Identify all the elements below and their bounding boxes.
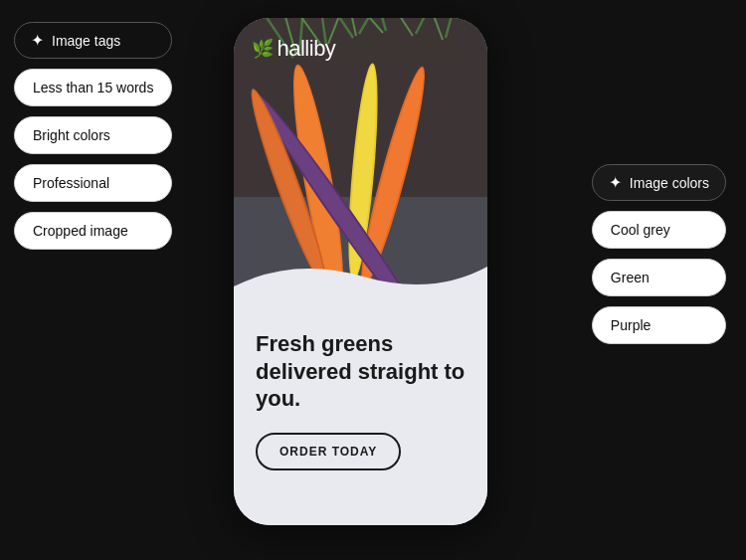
phone-mockup: 🌿 halliby	[234, 18, 487, 525]
brand-logo: 🌿 halliby	[252, 36, 335, 62]
color-cool-grey[interactable]: Cool grey	[592, 211, 726, 249]
image-tags-header: ✦ Image tags	[14, 22, 172, 59]
order-today-button[interactable]: ORDER TODAY	[256, 433, 401, 470]
tag-less-than-15[interactable]: Less than 15 words	[14, 69, 172, 106]
sparkle-icon-tags: ✦	[31, 31, 44, 50]
main-scene: ✦ Image tags Less than 15 words Bright c…	[0, 0, 746, 560]
color-purple[interactable]: Purple	[592, 306, 726, 344]
carrot-image	[234, 18, 487, 336]
tag-cropped-image[interactable]: Cropped image	[14, 212, 172, 250]
image-tags-panel: ✦ Image tags Less than 15 words Bright c…	[14, 22, 172, 250]
phone-tagline-text: Fresh greens delivered straight to you.	[256, 330, 466, 413]
image-tags-label: Image tags	[52, 33, 120, 49]
color-green[interactable]: Green	[592, 259, 726, 296]
image-colors-panel: ✦ Image colors Cool grey Green Purple	[592, 164, 726, 344]
brand-name: halliby	[278, 36, 336, 62]
phone-hero-image: 🌿 halliby	[234, 18, 487, 336]
image-colors-label: Image colors	[630, 175, 709, 191]
phone-content-area: Fresh greens delivered straight to you. …	[234, 306, 487, 525]
sparkle-icon-colors: ✦	[609, 173, 622, 192]
logo-leaf-icon: 🌿	[252, 38, 274, 60]
image-colors-header: ✦ Image colors	[592, 164, 726, 201]
tag-bright-colors[interactable]: Bright colors	[14, 116, 172, 154]
tag-professional[interactable]: Professional	[14, 164, 172, 202]
